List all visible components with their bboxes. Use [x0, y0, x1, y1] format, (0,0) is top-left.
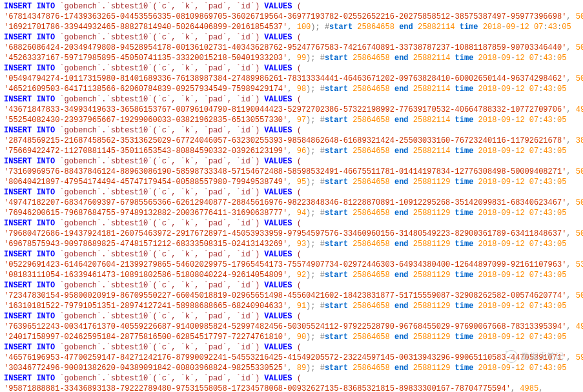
sql-value-line: '72347830154-95800020919-86709550227-660… — [4, 291, 579, 301]
sql-insert-line: INSERT INTO `gobench`.`sbtest10`(`c`, `k… — [4, 63, 579, 74]
sql-value-close-line: '55254082430-23937965667-19299060033-038… — [4, 115, 579, 125]
sql-insert-line: INSERT INTO `gobench`.`sbtest10`(`c`, `k… — [4, 156, 579, 167]
sql-insert-line: INSERT INTO `gobench`.`sbtest10`(`c`, `k… — [4, 311, 579, 322]
sql-value-close-line: '16310181522-79791051351-28974127241-589… — [4, 301, 579, 311]
sql-value-close-line: '45263337167-59717985895-45050741135-333… — [4, 53, 579, 63]
sql-insert-line: INSERT INTO `gobench`.`sbtest10`(`c`, `k… — [4, 249, 579, 260]
sql-insert-line: INSERT INTO `gobench`.`sbtest10`(`c`, `k… — [4, 187, 579, 198]
sql-insert-line: INSERT INTO `gobench`.`sbtest10`(`c`, `k… — [4, 342, 579, 353]
sql-value-line: '49747182207-68347609397-67985565366-626… — [4, 198, 579, 208]
sql-value-close-line: '75669422472-11270881145-35011653543-808… — [4, 146, 579, 156]
sql-insert-line: INSERT INTO `gobench`.`sbtest10`(`c`, `k… — [4, 280, 579, 291]
sql-insert-line: INSERT INTO `gobench`.`sbtest10`(`c`, `k… — [4, 1, 579, 12]
sql-value-close-line: '24017158997-02462595184-28775816500-628… — [4, 332, 579, 342]
sql-value-line: '43671847833-34993419633-36586153767-007… — [4, 105, 579, 115]
sql-insert-line: INSERT INTO `gobench`.`sbtest10`(`c`, `k… — [4, 32, 579, 43]
sql-value-line: '67814347876-17439363265-04453556335-081… — [4, 12, 579, 22]
sql-value-close-line: '69678575943-90978689825-47481571212-683… — [4, 239, 579, 249]
sql-value-line: '05229691423-61464207604-21399279865-546… — [4, 260, 579, 270]
sql-value-close-line: '80640421897-47954174494-45747179454-005… — [4, 177, 579, 187]
sql-value-close-line: '08183111054-16339461473-10891802586-518… — [4, 270, 579, 280]
sql-insert-line: INSERT INTO `gobench`.`sbtest10`(`c`, `k… — [4, 218, 579, 229]
sql-value-line: '46576196953-47700259147-84271242176-879… — [4, 353, 579, 363]
sql-insert-line: INSERT INTO `gobench`.`sbtest10`(`c`, `k… — [4, 94, 579, 105]
sql-value-close-line: '46521609503-64171138566-62060784839-092… — [4, 84, 579, 94]
sql-insert-line: INSERT INTO `gobench`.`sbtest10`(`c`, `k… — [4, 373, 579, 384]
sql-value-close-line: '30346772496-90001382620-04389091842-008… — [4, 363, 579, 373]
sql-value-line: '95871888881-33436893138-79222789480-975… — [4, 384, 579, 392]
sql-value-line: '79680472686-19437924181-26075463972-291… — [4, 229, 579, 239]
sql-value-line: '68826086424-20349479808-94528954178-001… — [4, 43, 579, 53]
sql-editor[interactable]: INSERT INTO `gobench`.`sbtest10`(`c`, `k… — [0, 0, 583, 392]
sql-value-line: '73160969576-88437846124-88963086190-585… — [4, 167, 579, 177]
sql-value-line: '05494794274-10117315980-81401689336-761… — [4, 74, 579, 84]
sql-insert-line: INSERT INTO `gobench`.`sbtest10`(`c`, `k… — [4, 125, 579, 136]
sql-value-line: '28748569215-21687458562-35313625029-677… — [4, 136, 579, 146]
sql-value-line: '76396512243-00341761370-40559226687-914… — [4, 322, 579, 332]
sql-value-close-line: '76946200615-79687684755-97489132882-200… — [4, 208, 579, 218]
sql-value-close-line: '16921701786-33944932465-88827814940-502… — [4, 22, 579, 32]
